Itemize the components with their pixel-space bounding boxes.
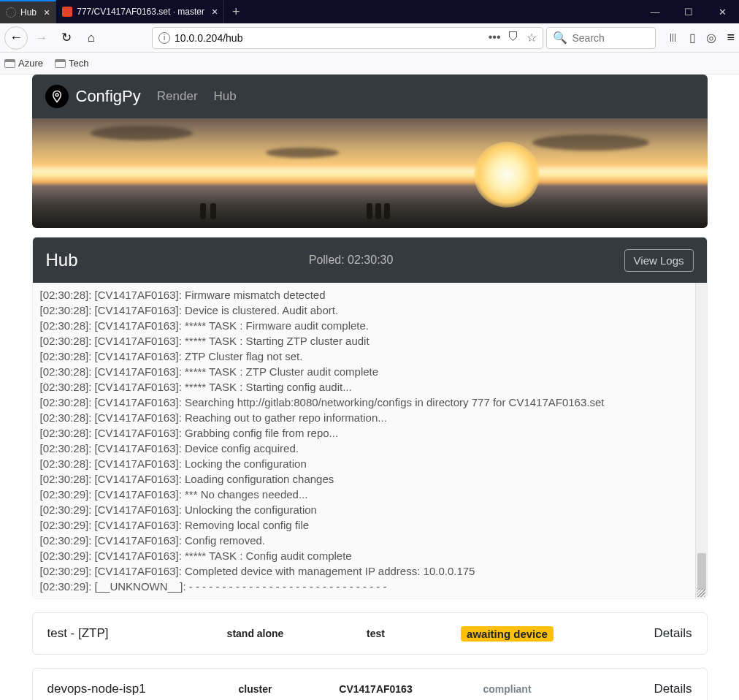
folder-icon	[55, 59, 66, 68]
tab-hub[interactable]: Hub ×	[0, 0, 56, 23]
polled-label: Polled: 02:30:30	[78, 254, 624, 267]
tab-favicon	[6, 7, 16, 18]
device-status: awaiting device	[442, 626, 573, 642]
page-content: ConfigPy Render Hub Hub Polled: 02:30:30…	[0, 75, 739, 700]
svg-point-0	[55, 94, 58, 96]
log-line: [02:30:28]: [CV1417AF0163]: ***** TASK :…	[40, 318, 700, 333]
device-card: devops-node-isp1clusterCV1417AF0163compl…	[32, 668, 708, 700]
nav-hub[interactable]: Hub	[214, 89, 237, 104]
search-bar[interactable]: 🔍	[546, 27, 656, 49]
log-line: [02:30:28]: [CV1417AF0163]: Device confi…	[40, 441, 700, 456]
hub-header: Hub Polled: 02:30:30 View Logs	[33, 237, 707, 283]
hub-card: Hub Polled: 02:30:30 View Logs [02:30:28…	[32, 237, 708, 599]
site-info-icon[interactable]: i	[158, 32, 170, 44]
forward-button[interactable]: →	[31, 27, 53, 49]
search-input[interactable]	[572, 32, 649, 44]
new-tab-button[interactable]: +	[224, 4, 248, 20]
status-badge: compliant	[483, 683, 531, 695]
bookmarks-bar: Azure Tech	[0, 53, 739, 75]
device-name: devops-node-isp1	[47, 682, 201, 696]
folder-icon	[4, 59, 15, 68]
tab-close-icon[interactable]: ×	[44, 7, 50, 18]
search-icon: 🔍	[553, 31, 567, 45]
nav-render[interactable]: Render	[157, 89, 198, 104]
log-line: [02:30:28]: [CV1417AF0163]: ***** TASK :…	[40, 379, 700, 395]
log-line: [02:30:28]: [CV1417AF0163]: Locking the …	[40, 456, 700, 471]
log-line: [02:30:29]: [CV1417AF0163]: Config remov…	[40, 533, 700, 548]
sidebar-icon[interactable]: ▯	[689, 31, 696, 45]
log-line: [02:30:28]: [CV1417AF0163]: Firmware mis…	[40, 287, 700, 303]
url-text: 10.0.0.204/hub	[175, 32, 484, 44]
scroll-thumb[interactable]	[697, 553, 706, 590]
device-serial: test	[310, 628, 442, 639]
log-line: [02:30:29]: [CV1417AF0163]: Removing loc…	[40, 517, 700, 533]
details-link[interactable]: Details	[654, 682, 692, 696]
device-type: cluster	[201, 683, 310, 695]
pin-icon	[45, 85, 69, 108]
device-name: test - [ZTP]	[47, 626, 201, 641]
browser-toolbar: ← → ↻ ⌂ i 10.0.0.204/hub ••• ⛉ ☆ 🔍 ⫼ ▯ ◎…	[0, 23, 739, 53]
window-titlebar: Hub × 777/CV1417AF0163.set · master × + …	[0, 0, 739, 23]
back-button[interactable]: ←	[4, 26, 28, 50]
brand-label: ConfigPy	[76, 87, 141, 106]
log-line: [02:30:29]: [CV1417AF0163]: *** No chang…	[40, 487, 700, 502]
tab-gitlab[interactable]: 777/CV1417AF0163.set · master ×	[56, 0, 224, 23]
device-type: stand alone	[201, 628, 310, 639]
log-line: [02:30:28]: [CV1417AF0163]: ***** TASK :…	[40, 364, 700, 379]
log-line: [02:30:28]: [CV1417AF0163]: Reaching out…	[40, 410, 700, 425]
window-maximize-icon[interactable]: ☐	[672, 0, 705, 23]
details-link[interactable]: Details	[654, 626, 692, 641]
hub-title: Hub	[46, 250, 78, 270]
log-line: [02:30:28]: [CV1417AF0163]: Grabbing con…	[40, 425, 700, 441]
log-line: [02:30:28]: [CV1417AF0163]: ZTP Cluster …	[40, 349, 700, 364]
scrollbar[interactable]	[695, 283, 707, 598]
hero-image	[32, 118, 708, 228]
status-badge: awaiting device	[461, 626, 554, 642]
star-icon[interactable]: ☆	[527, 31, 537, 45]
app-brand[interactable]: ConfigPy	[45, 85, 141, 108]
device-serial: CV1417AF0163	[310, 683, 442, 695]
tab-label: Hub	[20, 7, 37, 18]
gitlab-icon	[62, 7, 72, 17]
log-line: [02:30:29]: [CV1417AF0163]: Unlocking th…	[40, 502, 700, 517]
log-body[interactable]: [02:30:28]: [CV1417AF0163]: Firmware mis…	[33, 283, 707, 598]
tab-label: 777/CV1417AF0163.set · master	[77, 7, 204, 17]
reload-button[interactable]: ↻	[55, 27, 77, 49]
window-minimize-icon[interactable]: —	[638, 0, 672, 23]
resize-grip[interactable]	[697, 588, 705, 597]
log-line: [02:30:29]: [CV1417AF0163]: ***** TASK :…	[40, 548, 700, 563]
app-navbar: ConfigPy Render Hub	[32, 75, 708, 118]
bookmark-azure[interactable]: Azure	[4, 58, 43, 69]
url-bar[interactable]: i 10.0.0.204/hub ••• ⛉ ☆	[152, 27, 543, 49]
log-line: [02:30:28]: [CV1417AF0163]: ***** TASK :…	[40, 333, 700, 349]
home-button[interactable]: ⌂	[80, 27, 102, 49]
window-close-icon[interactable]: ✕	[705, 0, 739, 23]
library-icon[interactable]: ⫼	[667, 31, 679, 45]
menu-button[interactable]: ≡	[727, 30, 735, 45]
log-line: [02:30:28]: [CV1417AF0163]: Searching ht…	[40, 395, 700, 410]
log-line: [02:30:28]: [CV1417AF0163]: Loading conf…	[40, 471, 700, 487]
log-area: [02:30:28]: [CV1417AF0163]: Firmware mis…	[33, 283, 707, 598]
reader-icon[interactable]: •••	[489, 31, 501, 45]
device-card: test - [ZTP]stand alonetestawaiting devi…	[32, 612, 708, 655]
bookmark-label: Tech	[69, 58, 88, 69]
account-icon[interactable]: ◎	[706, 31, 716, 45]
view-logs-button[interactable]: View Logs	[624, 249, 694, 272]
log-line: [02:30:29]: [CV1417AF0163]: Completed de…	[40, 563, 700, 579]
log-line: [02:30:29]: [__UNKNOWN__]: - - - - - - -…	[40, 579, 700, 594]
tab-close-icon[interactable]: ×	[212, 6, 218, 18]
device-status: compliant	[442, 683, 573, 695]
bookmark-tech[interactable]: Tech	[55, 58, 88, 69]
bookmark-label: Azure	[18, 58, 43, 69]
log-line: [02:30:28]: [CV1417AF0163]: Device is cl…	[40, 303, 700, 318]
shield-icon[interactable]: ⛉	[508, 31, 519, 45]
